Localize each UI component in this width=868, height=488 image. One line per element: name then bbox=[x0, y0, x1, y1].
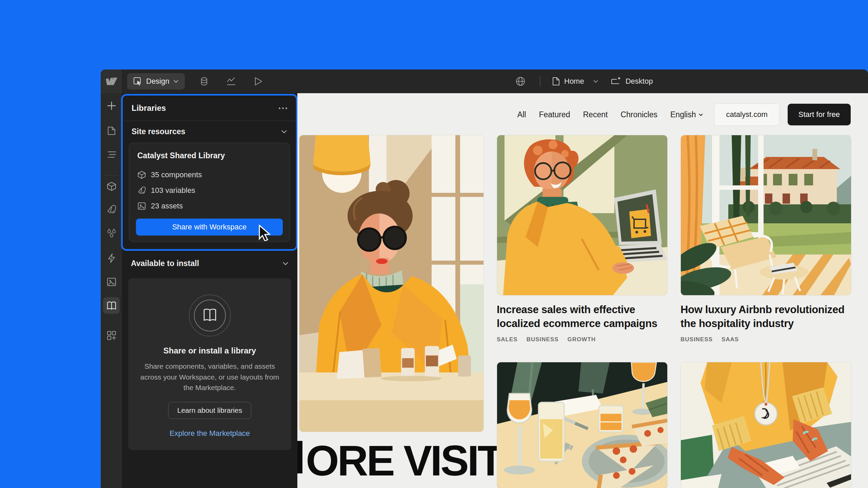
tag: GROWTH bbox=[568, 336, 596, 343]
library-stat-variables: 103 variables bbox=[136, 183, 283, 198]
chevron-down-icon bbox=[593, 80, 598, 83]
library-stat-components: 35 components bbox=[136, 167, 283, 183]
post-card-airbnb[interactable]: How luxury Airbnb revolutionized the hos… bbox=[680, 135, 851, 343]
install-empty-card: Share or install a library Share compone… bbox=[128, 278, 291, 450]
post-title: How luxury Airbnb revolutionized the hos… bbox=[680, 303, 851, 331]
post-image-airbnb[interactable] bbox=[680, 135, 851, 296]
domain-button[interactable]: catalyst.com bbox=[714, 103, 779, 126]
post-card-dinner[interactable] bbox=[497, 362, 667, 488]
language-selector[interactable]: English bbox=[670, 110, 703, 119]
share-button-label: Share with Workspace bbox=[172, 223, 247, 231]
available-label: Available to install bbox=[131, 259, 199, 268]
left-toolbar bbox=[101, 93, 122, 488]
available-to-install-section: Available to install Share or install a … bbox=[122, 253, 297, 450]
breakpoint-label: Desktop bbox=[626, 77, 653, 86]
stat-label: 35 components bbox=[151, 170, 202, 179]
page-icon bbox=[107, 126, 116, 136]
language-label: English bbox=[670, 110, 696, 119]
panel-title: Libraries bbox=[132, 103, 166, 113]
sidebar-item-add-elements[interactable] bbox=[103, 97, 120, 114]
variables-icon bbox=[106, 204, 117, 215]
tag: BUSINESS bbox=[527, 336, 559, 343]
components-cube-icon bbox=[106, 181, 117, 191]
design-mode-button[interactable]: Design bbox=[127, 73, 185, 89]
library-circle-icon bbox=[188, 294, 232, 337]
book-icon bbox=[106, 301, 117, 310]
featured-headline[interactable]: ORE VISITS ESTING IN bbox=[297, 438, 529, 488]
chevron-down-icon bbox=[173, 80, 179, 83]
featured-post-image[interactable] bbox=[299, 135, 484, 432]
toolbar-divider bbox=[540, 76, 540, 86]
empty-state-title: Share or install a library bbox=[140, 346, 280, 355]
desktop-breakpoint-icon bbox=[610, 77, 622, 86]
chevron-down-icon bbox=[281, 130, 287, 134]
library-stat-assets: 23 assets bbox=[136, 198, 283, 214]
sidebar-divider bbox=[104, 175, 119, 176]
tag: SAAS bbox=[722, 336, 739, 343]
design-mode-label: Design bbox=[146, 77, 169, 86]
post-title: Increase sales with effective localized … bbox=[497, 303, 667, 331]
libraries-panel-column: Libraries Site resources Catalyst Shared… bbox=[122, 93, 297, 488]
clipped-letter-stub bbox=[297, 441, 302, 473]
stat-label: 103 variables bbox=[151, 186, 195, 195]
learn-button-label: Learn about libraries bbox=[177, 406, 242, 414]
database-icon bbox=[199, 77, 209, 86]
tag: BUSINESS bbox=[680, 336, 713, 343]
post-card-typing[interactable] bbox=[680, 362, 851, 488]
site-navigation: All Featured Recent Chronicles English c… bbox=[517, 103, 851, 126]
site-resources-label: Site resources bbox=[132, 127, 185, 136]
cms-button[interactable] bbox=[196, 74, 212, 89]
designer-window: Design bbox=[101, 69, 868, 488]
image-icon bbox=[106, 277, 117, 287]
empty-state-description: Share components, variables, and assets … bbox=[140, 361, 280, 393]
navigator-icon bbox=[106, 150, 117, 159]
sidebar-item-styles[interactable] bbox=[103, 225, 120, 241]
post-tags: SALES BUSINESS GROWTH bbox=[497, 336, 667, 343]
available-header[interactable]: Available to install bbox=[122, 253, 297, 273]
current-page-label: Home bbox=[564, 77, 584, 86]
play-icon bbox=[254, 77, 263, 86]
explore-marketplace-link[interactable]: Explore the Marketplace bbox=[140, 429, 280, 438]
page-selector[interactable]: Home bbox=[552, 77, 598, 86]
breakpoint-selector[interactable]: Desktop bbox=[610, 77, 653, 86]
apps-grid-icon bbox=[106, 330, 117, 341]
sidebar-item-interactions[interactable] bbox=[103, 250, 120, 266]
design-canvas[interactable]: All Featured Recent Chronicles English c… bbox=[297, 93, 868, 488]
post-image-ecommerce[interactable] bbox=[497, 135, 668, 296]
site-resources-header[interactable]: Site resources bbox=[123, 121, 296, 142]
mouse-cursor bbox=[258, 225, 273, 242]
nav-link-recent[interactable]: Recent bbox=[583, 110, 608, 119]
learn-about-libraries-button[interactable]: Learn about libraries bbox=[168, 402, 251, 419]
sidebar-item-variables[interactable] bbox=[103, 201, 120, 218]
sidebar-item-apps[interactable] bbox=[103, 327, 120, 344]
plus-icon bbox=[106, 101, 117, 111]
publish-button[interactable] bbox=[513, 74, 528, 89]
analytics-button[interactable] bbox=[223, 74, 239, 89]
line-chart-icon bbox=[226, 77, 236, 86]
stat-label: 23 assets bbox=[151, 202, 183, 210]
sidebar-item-libraries[interactable] bbox=[103, 297, 120, 314]
lightning-icon bbox=[107, 253, 116, 263]
featured-post-card[interactable]: ORE VISITS ESTING IN bbox=[299, 135, 483, 432]
nav-link-chronicles[interactable]: Chronicles bbox=[620, 110, 657, 119]
start-for-free-button[interactable]: Start for free bbox=[788, 104, 851, 125]
image-icon bbox=[137, 202, 146, 210]
variables-icon bbox=[137, 186, 146, 195]
panel-menu-icon[interactable] bbox=[279, 107, 287, 109]
post-image-dinner[interactable] bbox=[497, 362, 668, 488]
library-name: Catalyst Shared Library bbox=[136, 151, 283, 160]
nav-link-featured[interactable]: Featured bbox=[539, 110, 570, 119]
nav-link-all[interactable]: All bbox=[517, 110, 526, 119]
sidebar-item-components[interactable] bbox=[103, 178, 120, 195]
sidebar-item-pages[interactable] bbox=[103, 122, 120, 139]
sidebar-item-navigator[interactable] bbox=[103, 146, 120, 163]
webflow-menu[interactable] bbox=[101, 69, 122, 93]
post-card-ecommerce[interactable]: Increase sales with effective localized … bbox=[497, 135, 667, 343]
chevron-down-icon bbox=[282, 262, 289, 265]
preview-button[interactable] bbox=[251, 74, 266, 89]
design-cursor-icon bbox=[133, 77, 142, 86]
sidebar-item-assets[interactable] bbox=[103, 273, 120, 290]
webflow-logo-icon bbox=[106, 78, 117, 85]
post-image-typing[interactable] bbox=[680, 362, 851, 488]
chevron-down-icon bbox=[698, 113, 703, 116]
